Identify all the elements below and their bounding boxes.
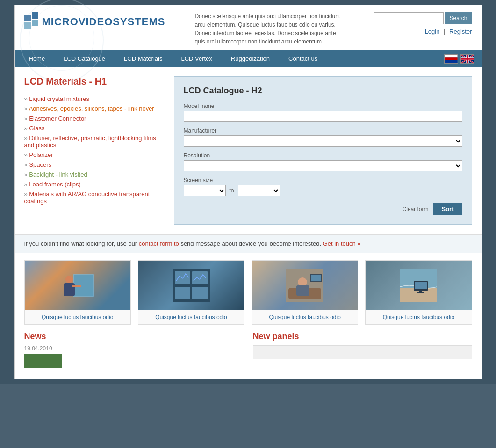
info-bar: If you coldn't find what looking for, us… (15, 234, 482, 253)
gallery-image-1 (25, 261, 130, 310)
material-link-9[interactable]: Lead frames (clips) (29, 181, 81, 188)
news-date: 19.04.2010 (24, 345, 244, 352)
svg-rect-1 (32, 12, 38, 19)
svg-rect-30 (296, 285, 309, 296)
clear-form-link[interactable]: Clear form (402, 206, 428, 213)
model-name-input[interactable] (184, 111, 462, 122)
nav-ruggedization[interactable]: Ruggedization (222, 50, 279, 67)
list-item: Elastomer Connector (24, 114, 165, 123)
gallery: Quisque luctus faucibus odio (15, 253, 482, 332)
nav-lcd-vertex[interactable]: LCD Vertex (172, 50, 221, 67)
gallery-svg-2 (173, 269, 210, 302)
gallery-svg-4 (400, 269, 437, 302)
svg-rect-39 (417, 292, 424, 293)
news-section: News 19.04.2010 (24, 332, 244, 370)
login-link[interactable]: Login (425, 28, 440, 35)
info-text-2: send message about device you become int… (179, 240, 323, 247)
gallery-item-4[interactable]: Quisque luctus faucibus odio (365, 260, 472, 325)
bottom-sections: News 19.04.2010 New panels (15, 332, 482, 379)
list-item: Backlight - link visited (24, 170, 165, 179)
resolution-group: Resolution (184, 152, 462, 171)
nav-contact-us[interactable]: Contact us (279, 50, 327, 67)
svg-rect-6 (445, 60, 457, 63)
gallery-caption-1: Quisque luctus faucibus odio (25, 310, 130, 324)
register-link[interactable]: Register (449, 28, 472, 35)
svg-rect-5 (445, 57, 457, 60)
material-link-8[interactable]: Backlight - link visited (29, 171, 87, 178)
search-button[interactable]: Search (445, 12, 472, 24)
panels-title: New panels (253, 332, 472, 341)
manufacturer-group: Manufacturer (184, 128, 462, 147)
svg-rect-20 (64, 283, 75, 296)
list-item: Adhesives, epoxies, silicons, tapes - li… (24, 104, 165, 114)
svg-rect-32 (311, 275, 321, 281)
logo-title: MICROVIDEOSYSTEMS (42, 16, 165, 28)
list-item: Glass (24, 123, 165, 133)
logo-icon (24, 12, 39, 32)
search-input[interactable] (374, 12, 444, 24)
model-name-group: Model name (184, 103, 462, 122)
gallery-item-3[interactable]: Quisque luctus faucibus odio (252, 260, 358, 325)
svg-rect-21 (72, 285, 81, 287)
list-item: Lead frames (clips) (24, 179, 165, 189)
gallery-image-2 (138, 261, 244, 310)
content-area: LCD Materials - H1 Liquid crystal mixtur… (15, 67, 482, 234)
screen-size-to-label: to (230, 187, 234, 194)
list-item: Polarizer (24, 150, 165, 160)
material-link-3[interactable]: Elastomer Connector (29, 115, 86, 122)
info-text-1: If you coldn't find what looking for, us… (24, 240, 139, 247)
catalogue-form-panel: LCD Catalogue - H2 Model name Manufactur… (174, 76, 472, 225)
material-link-4[interactable]: Glass (29, 125, 44, 132)
search-bar: Search (374, 12, 472, 24)
logo-area[interactable]: MICROVIDEOSYSTEMS (24, 12, 165, 32)
auth-links: Login | Register (425, 28, 472, 35)
gallery-image-4 (366, 261, 471, 310)
svg-rect-15 (461, 58, 474, 60)
svg-rect-25 (175, 287, 190, 299)
svg-point-19 (65, 276, 73, 283)
list-item: Diffuser, reflective, prismatic, lightbl… (24, 133, 165, 150)
material-link-7[interactable]: Spacers (29, 161, 51, 168)
new-panels-section: New panels (253, 332, 472, 370)
screen-size-label: Screen size (184, 177, 462, 184)
gallery-caption-3: Quisque luctus faucibus odio (252, 310, 358, 324)
nav-flags (442, 54, 477, 64)
flag-english[interactable] (460, 54, 474, 64)
gallery-item-2[interactable]: Quisque luctus faucibus odio (138, 260, 244, 325)
manufacturer-label: Manufacturer (184, 128, 462, 134)
gallery-svg-3 (286, 269, 323, 302)
auth-separator: | (444, 28, 447, 35)
material-link-1[interactable]: Liquid crystal mixtures (29, 95, 89, 102)
resolution-label: Resolution (184, 152, 462, 159)
sort-button[interactable]: Sort (433, 203, 462, 215)
material-link-10[interactable]: Materials with AR/AG conductive transpar… (24, 191, 150, 205)
svg-rect-0 (24, 15, 31, 21)
gallery-image-3 (252, 261, 358, 310)
gallery-item-1[interactable]: Quisque luctus faucibus odio (24, 260, 131, 325)
materials-list: Liquid crystal mixtures Adhesives, epoxi… (24, 94, 165, 206)
svg-rect-26 (192, 287, 208, 299)
list-item: Materials with AR/AG conductive transpar… (24, 189, 165, 206)
catalogue-title: LCD Catalogue - H2 (184, 86, 462, 96)
svg-rect-3 (32, 20, 38, 26)
model-name-label: Model name (184, 103, 462, 109)
resolution-select[interactable] (184, 160, 462, 171)
nav-lcd-materials[interactable]: LCD Materials (115, 50, 172, 67)
list-item: Spacers (24, 160, 165, 170)
header-left: MICROVIDEOSYSTEMS (24, 12, 165, 32)
flag-russian[interactable] (444, 54, 458, 64)
form-actions: Clear form Sort (184, 203, 462, 215)
svg-rect-37 (415, 282, 427, 289)
get-in-touch-link[interactable]: Get in touch » (323, 240, 361, 247)
material-link-2[interactable]: Adhesives, epoxies, silicons, tapes - li… (29, 105, 154, 112)
header: MICROVIDEOSYSTEMS Donec scelerisque ante… (15, 5, 482, 50)
manufacturer-select[interactable] (184, 135, 462, 147)
material-link-6[interactable]: Polarizer (29, 151, 53, 158)
header-description: Donec scelerisque ante quis orci ullamco… (180, 12, 358, 46)
news-title: News (24, 332, 244, 341)
screen-size-to-select[interactable] (238, 185, 280, 196)
contact-form-link[interactable]: contact form to (139, 240, 179, 247)
material-link-5[interactable]: Diffuser, reflective, prismatic, lightbl… (24, 135, 156, 149)
screen-size-from-select[interactable] (184, 185, 226, 196)
gallery-caption-2: Quisque luctus faucibus odio (138, 310, 244, 324)
